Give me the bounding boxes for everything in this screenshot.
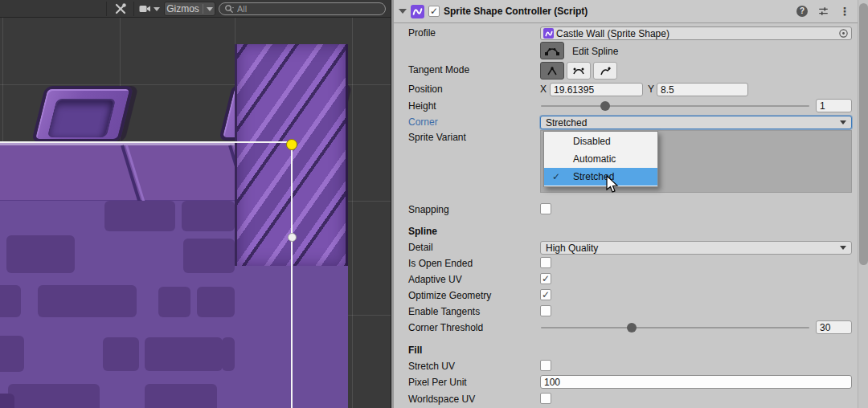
spline-edge-horizontal[interactable]	[0, 141, 293, 143]
sprite-variant-label: Sprite Variant	[408, 132, 466, 144]
sprite-shape-icon	[543, 28, 554, 39]
detail-dropdown[interactable]: High Quality	[540, 241, 852, 255]
pixel-per-unit-field[interactable]	[540, 375, 852, 389]
help-icon[interactable]: ?	[796, 6, 808, 17]
position-x-field[interactable]	[550, 83, 643, 96]
scene-view: Gizmos	[0, 0, 391, 408]
scrollbar-thumb[interactable]	[859, 3, 868, 265]
tangent-mode-label: Tangent Mode	[408, 64, 469, 76]
sprite-shape-icon	[411, 5, 424, 18]
optimize-geometry-label: Optimize Geometry	[408, 290, 491, 302]
corner-threshold-value-field[interactable]	[816, 320, 852, 334]
corner-dropdown[interactable]: Stretched	[540, 116, 852, 129]
adaptive-uv-checkbox[interactable]: ✓	[540, 273, 551, 284]
gizmos-dropdown-button[interactable]: Gizmos	[164, 2, 215, 16]
is-open-ended-label: Is Open Ended	[408, 258, 473, 270]
mouse-cursor	[605, 175, 619, 195]
scene-tools-button[interactable]	[110, 2, 131, 16]
tangent-linear-icon	[546, 65, 559, 76]
wrench-screwdriver-icon	[114, 2, 127, 15]
castle-merlon	[31, 86, 133, 142]
spline-section-title: Spline	[408, 226, 437, 238]
camera-icon	[139, 4, 151, 14]
search-input[interactable]	[237, 4, 380, 14]
merlon-inset	[47, 99, 116, 137]
detail-value: High Quality	[546, 243, 598, 254]
position-y-field[interactable]	[657, 83, 748, 96]
height-slider-knob[interactable]	[600, 101, 610, 111]
scene-search-field[interactable]	[219, 2, 386, 15]
scene-camera-button[interactable]	[137, 2, 162, 16]
search-icon	[224, 4, 234, 14]
gridline	[352, 18, 353, 408]
snapping-label: Snapping	[408, 204, 449, 216]
snapping-checkbox[interactable]	[540, 203, 551, 214]
optimize-geometry-checkbox[interactable]: ✓	[540, 289, 551, 300]
enable-tangents-checkbox[interactable]	[540, 305, 551, 316]
stretch-uv-label: Stretch UV	[408, 361, 455, 373]
chevron-down-icon	[154, 7, 160, 11]
corner-threshold-knob[interactable]	[627, 323, 637, 333]
corner-value: Stretched	[546, 117, 587, 129]
corner-label: Corner	[408, 116, 438, 129]
foldout-arrow-icon[interactable]	[399, 9, 407, 14]
spline-edge-vertical[interactable]	[291, 142, 293, 408]
position-y-label: Y	[648, 84, 654, 96]
worldspace-uv-checkbox[interactable]	[540, 393, 551, 404]
edit-spline-label: Edit Spline	[572, 46, 618, 58]
corner-dropdown-menu: Disabled Automatic ✓ Stretched	[543, 131, 658, 187]
inspector-scrollbar[interactable]	[858, 0, 868, 408]
presets-icon[interactable]	[817, 6, 829, 17]
stretch-uv-checkbox[interactable]	[540, 360, 551, 371]
spline-point-selected[interactable]	[286, 139, 297, 150]
adaptive-uv-label: Adaptive UV	[408, 274, 462, 286]
checkmark-icon: ✓	[552, 168, 568, 186]
profile-value: Castle Wall (Sprite Shape)	[556, 28, 836, 39]
menu-item-disabled[interactable]: Disabled	[544, 133, 657, 150]
edit-spline-button[interactable]	[540, 42, 564, 59]
enable-tangents-label: Enable Tangents	[408, 306, 480, 318]
unity-editor: Gizmos ✓ Sprite Shape Controlle	[0, 0, 868, 408]
position-label: Position	[408, 84, 443, 96]
pixel-per-unit-label: Pixel Per Unit	[408, 377, 467, 389]
menu-item-stretched[interactable]: ✓ Stretched	[544, 168, 657, 186]
height-slider[interactable]	[541, 105, 809, 107]
kebab-menu-icon[interactable]: ⋮	[839, 5, 850, 18]
profile-label: Profile	[408, 27, 436, 39]
spline-icon	[544, 45, 560, 56]
is-open-ended-checkbox[interactable]	[540, 257, 551, 268]
worldspace-uv-label: Worldspace UV	[408, 394, 475, 406]
chevron-down-icon	[207, 7, 213, 11]
detail-label: Detail	[408, 242, 433, 254]
inspector-panel: ✓ Sprite Shape Controller (Script) ? ⋮ P…	[394, 0, 868, 408]
tangent-linear-button[interactable]	[540, 62, 564, 80]
profile-object-field[interactable]: Castle Wall (Sprite Shape)	[540, 27, 852, 40]
component-enabled-checkbox[interactable]: ✓	[428, 6, 440, 17]
spline-point[interactable]	[288, 233, 297, 242]
corner-threshold-label: Corner Threshold	[408, 322, 483, 334]
height-value-field[interactable]	[816, 99, 852, 112]
tangent-continuous-button[interactable]	[567, 62, 591, 80]
position-x-label: X	[540, 84, 547, 96]
tangent-broken-icon	[599, 65, 612, 76]
tangent-broken-button[interactable]	[593, 62, 617, 80]
divider	[203, 4, 203, 14]
fill-section-title: Fill	[408, 345, 422, 357]
corner-threshold-slider[interactable]	[541, 327, 809, 328]
component-title: Sprite Shape Controller (Script)	[444, 6, 792, 17]
height-label: Height	[408, 100, 436, 112]
scene-toolbar: Gizmos	[0, 0, 391, 18]
component-header[interactable]: ✓ Sprite Shape Controller (Script) ? ⋮	[394, 0, 868, 23]
tangent-continuous-icon	[572, 65, 585, 76]
chevron-down-icon	[840, 246, 846, 250]
gizmos-label: Gizmos	[166, 3, 199, 14]
menu-item-automatic[interactable]: Automatic	[544, 150, 657, 168]
object-picker-icon[interactable]	[838, 28, 849, 39]
chevron-down-icon	[840, 120, 846, 124]
